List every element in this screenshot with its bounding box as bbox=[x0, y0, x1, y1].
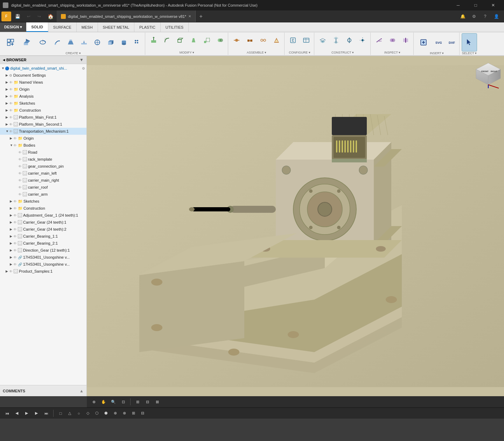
web-button[interactable] bbox=[91, 35, 104, 49]
active-tab[interactable]: digital_twin_enabled_smart_shipping_work… bbox=[57, 10, 196, 22]
tree-item-doc-settings[interactable]: ▶ ⚙ Document Settings bbox=[0, 72, 86, 79]
tree-item-root[interactable]: ▼ 🔵 digital_twin_enabled_smart_shi... ⚙ bbox=[0, 65, 86, 72]
bottom-tool-10[interactable]: ⊟ bbox=[138, 409, 147, 418]
fit-button[interactable]: ⊡ bbox=[119, 398, 127, 406]
create-label[interactable]: CREATE ▾ bbox=[65, 51, 80, 55]
shell-button[interactable] bbox=[174, 33, 187, 47]
play-button[interactable]: ▶ bbox=[22, 409, 31, 418]
view-btn-1[interactable]: ⊞ bbox=[133, 398, 142, 406]
construct-label[interactable]: CONSTRUCT ▾ bbox=[331, 51, 354, 54]
new-tab-button[interactable]: + bbox=[196, 11, 206, 22]
redo-button[interactable]: ↪ bbox=[34, 12, 44, 21]
comments-expand-button[interactable]: ▲ bbox=[79, 388, 84, 393]
tab-surface[interactable]: SURFACE bbox=[48, 22, 77, 32]
viewport[interactable]: FRONT RIGHT bbox=[87, 56, 504, 396]
view-btn-2[interactable]: ⊟ bbox=[143, 398, 152, 406]
expand-17hs-2[interactable]: ▶ bbox=[10, 262, 13, 266]
as-built-joint-button[interactable] bbox=[244, 33, 256, 47]
revolve-button[interactable] bbox=[35, 33, 50, 51]
scale-button[interactable] bbox=[201, 33, 213, 47]
tree-item-tm-sketches[interactable]: ▶ 👁 📁 Sketches bbox=[0, 198, 86, 205]
new-component-button[interactable] bbox=[3, 33, 18, 51]
zoom-button[interactable]: 🔍 bbox=[109, 398, 118, 406]
loft-button[interactable] bbox=[64, 35, 77, 49]
point-at-vertex-button[interactable] bbox=[356, 33, 369, 47]
tab-solid[interactable]: SOLID bbox=[26, 22, 48, 32]
tree-item-tm-bodies[interactable]: ▼ 👁 📁 Bodies bbox=[0, 142, 86, 149]
tree-item-17hs-1[interactable]: ▶ 👁 🔗 17HS3401_Usongshine v... bbox=[0, 254, 86, 261]
tree-item-sketches[interactable]: ▶ 👁 📁 Sketches bbox=[0, 100, 86, 107]
help-button[interactable]: ? bbox=[480, 12, 490, 21]
expand-tm-origin[interactable]: ▶ bbox=[10, 136, 13, 140]
tree-item-tm-origin[interactable]: ▶ 👁 📁 Origin bbox=[0, 135, 86, 142]
expand-carrier-gear-2[interactable]: ▶ bbox=[10, 227, 13, 231]
expand-named-views[interactable]: ▶ bbox=[6, 80, 9, 84]
bottom-tool-8[interactable]: ⊗ bbox=[120, 409, 128, 418]
expand-sketches[interactable]: ▶ bbox=[6, 102, 9, 105]
pan-button[interactable]: ✋ bbox=[99, 398, 108, 406]
extrude-button[interactable] bbox=[19, 33, 34, 51]
tree-item-product-samples[interactable]: ▶ 👁 □ Product_Samples:1 bbox=[0, 268, 86, 275]
bottom-tool-3[interactable]: ○ bbox=[75, 409, 83, 418]
expand-product-samples[interactable]: ▶ bbox=[6, 270, 9, 273]
section-analysis-button[interactable] bbox=[399, 33, 412, 47]
offset-plane-button[interactable] bbox=[316, 33, 329, 47]
expand-adj-gear[interactable]: ▶ bbox=[10, 214, 13, 217]
expand-tm-sketches[interactable]: ▶ bbox=[10, 200, 13, 203]
select-label[interactable]: SELECT ▾ bbox=[462, 51, 477, 55]
tab-utilities[interactable]: UTILITIES bbox=[161, 22, 189, 32]
home-button[interactable]: 🏠 bbox=[46, 12, 55, 21]
expand-carrier-bearing-1[interactable]: ▶ bbox=[10, 234, 13, 238]
tree-item-17hs-2[interactable]: ▶ 👁 🔗 17HS3401_Usongshine v... bbox=[0, 261, 86, 268]
bottom-tool-6[interactable]: ⬢ bbox=[102, 409, 110, 418]
expand-platform-main-second[interactable]: ▶ bbox=[6, 122, 9, 126]
prev-frame-button[interactable]: ◀ bbox=[13, 409, 21, 418]
account-button[interactable]: 👤 bbox=[491, 12, 501, 21]
tab-plastic[interactable]: PLASTIC bbox=[134, 22, 161, 32]
expand-direction-gear[interactable]: ▶ bbox=[10, 248, 13, 252]
tree-item-rack-template[interactable]: 👁 □ rack_template bbox=[0, 156, 86, 163]
expand-tm-bodies[interactable]: ▼ bbox=[10, 144, 13, 147]
table-button[interactable] bbox=[300, 33, 313, 47]
interference-button[interactable] bbox=[386, 33, 399, 47]
draft-button[interactable] bbox=[187, 33, 200, 47]
browser-collapse-button[interactable]: ▼ bbox=[79, 57, 84, 62]
expand-construction[interactable]: ▶ bbox=[6, 108, 9, 112]
tree-item-carrier-bearing-1[interactable]: ▶ 👁 □ Carrier_Bearing_1:1 bbox=[0, 233, 86, 240]
expand-origin[interactable]: ▶ bbox=[6, 88, 9, 91]
viewcube[interactable]: FRONT RIGHT bbox=[472, 59, 500, 88]
motion-link-button[interactable] bbox=[257, 33, 270, 47]
expand-tm-construction[interactable]: ▶ bbox=[10, 206, 13, 210]
press-pull-button[interactable] bbox=[147, 33, 160, 47]
settings-button[interactable]: ⚙ bbox=[469, 12, 479, 21]
first-frame-button[interactable]: ⏮ bbox=[3, 409, 11, 418]
maximize-button[interactable]: □ bbox=[468, 0, 484, 10]
tree-item-analysis[interactable]: ▶ 👁 📁 Analysis bbox=[0, 93, 86, 100]
root-options[interactable]: ⚙ bbox=[82, 66, 85, 70]
tree-item-carrier-main-right[interactable]: 👁 □ carrier_main_right bbox=[0, 177, 86, 184]
design-mode-button[interactable]: DESIGN ▾ bbox=[0, 22, 26, 32]
tab-close-button[interactable]: ✕ bbox=[188, 14, 191, 18]
close-button[interactable]: ✕ bbox=[485, 0, 501, 10]
bottom-tool-1[interactable]: □ bbox=[56, 409, 65, 418]
expand-17hs-1[interactable]: ▶ bbox=[10, 255, 13, 259]
tab-mesh[interactable]: MESH bbox=[77, 22, 98, 32]
notification-button[interactable]: 🔔 bbox=[458, 12, 468, 21]
drive-joints-button[interactable] bbox=[270, 33, 283, 47]
tree-item-construction[interactable]: ▶ 👁 📁 Construction bbox=[0, 107, 86, 114]
tree-item-adj-gear[interactable]: ▶ 👁 □ Adjustment_Gear_1 (24 teeth):1 bbox=[0, 212, 86, 219]
tree-item-carrier-main-left[interactable]: 👁 □ carrier_main_left bbox=[0, 170, 86, 177]
tree-item-direction-gear[interactable]: ▶ 👁 □ Direction_Gear (12 teeth):1 bbox=[0, 247, 86, 254]
tree-item-transport-mech[interactable]: ▼ 👁 □ Transportation_Mechanism:1 bbox=[0, 128, 86, 135]
tree-item-carrier-roof[interactable]: 👁 □ carrier_roof bbox=[0, 184, 86, 191]
expand-platform-main-first[interactable]: ▶ bbox=[6, 115, 9, 119]
box-button[interactable] bbox=[104, 35, 117, 49]
expand-root[interactable]: ▼ bbox=[1, 66, 5, 70]
assemble-label[interactable]: ASSEMBLE ▾ bbox=[247, 51, 266, 54]
undo-button[interactable]: ↩ bbox=[24, 12, 34, 21]
tab-sheet-metal[interactable]: SHEET METAL bbox=[98, 22, 134, 32]
fillet-button[interactable] bbox=[161, 33, 173, 47]
insert-svg-button[interactable]: SVG bbox=[432, 35, 444, 49]
orbit-button[interactable]: ⊕ bbox=[90, 398, 98, 406]
tree-item-platform-main-first[interactable]: ▶ 👁 □ Platform_Main_First:1 bbox=[0, 114, 86, 121]
